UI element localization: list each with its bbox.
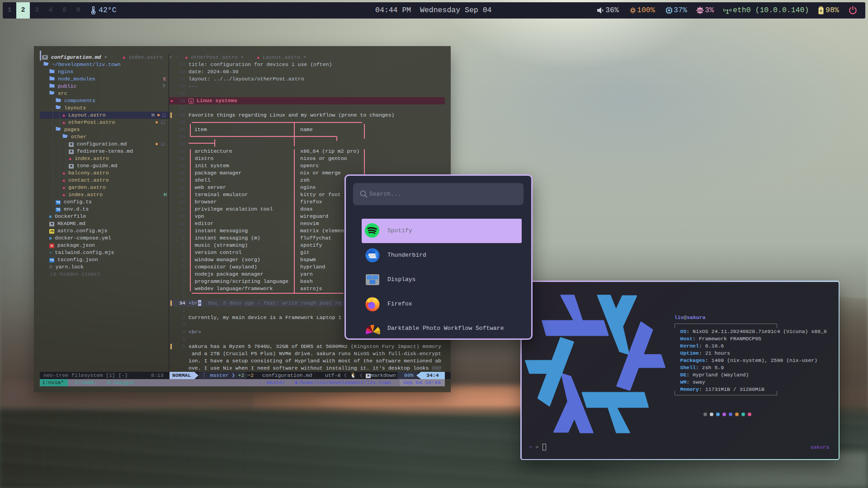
svg-text:GN: GN [698,9,703,13]
